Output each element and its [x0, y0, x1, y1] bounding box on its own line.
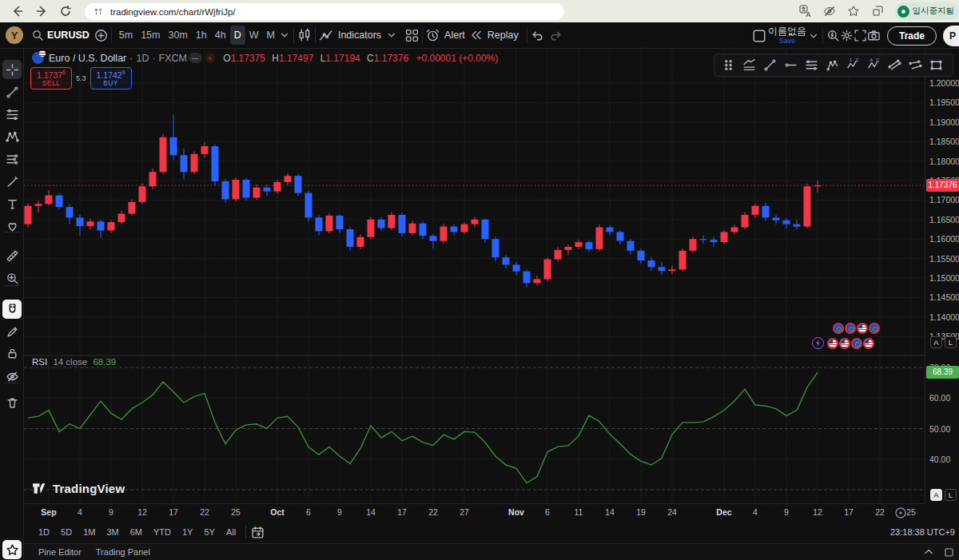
tool-xabcd-pattern[interactable] [2, 127, 22, 146]
fav-tool-trend-line[interactable] [759, 56, 780, 75]
tool-lock-all[interactable] [2, 344, 22, 363]
layout-grid-icon[interactable] [405, 29, 419, 42]
tool-remove-all[interactable] [2, 393, 22, 412]
indicators-dropdown-icon[interactable] [386, 30, 397, 41]
settings-gear-icon[interactable] [840, 29, 854, 42]
fav-tool-pitchfork[interactable] [822, 56, 842, 75]
price-pane-auto-button[interactable]: A [930, 336, 942, 348]
event-flag-eu-icon[interactable] [851, 338, 862, 349]
goto-date-icon[interactable] [251, 526, 265, 539]
quick-search-icon[interactable] [826, 29, 840, 42]
layout-dropdown-icon[interactable] [808, 30, 819, 42]
range-6m[interactable]: 6M [125, 525, 147, 539]
tool-ruler[interactable] [2, 246, 22, 265]
range-1y[interactable]: 1Y [177, 525, 197, 539]
replay-icon[interactable] [470, 29, 483, 42]
compare-add-icon[interactable] [94, 29, 108, 42]
timeframe-W[interactable]: W [245, 26, 263, 45]
tool-magnet[interactable] [2, 300, 22, 319]
fav-tool-multi-line[interactable] [738, 56, 759, 75]
fullscreen-icon[interactable] [854, 29, 867, 42]
rsi-pane-auto-button[interactable]: A [930, 489, 942, 501]
symbol-search-button[interactable]: EURUSD [44, 25, 94, 46]
timeframe-4h[interactable]: 4h [211, 26, 230, 45]
collapse-panel-icon[interactable] [923, 546, 934, 558]
economic-events-row[interactable] [832, 323, 880, 334]
range-ytd[interactable]: YTD [149, 525, 176, 539]
indicators-button[interactable]: Indicators [333, 25, 386, 46]
price-pane-log-button[interactable]: L [945, 336, 957, 348]
event-flag-eu-icon[interactable] [845, 323, 856, 334]
event-flag-eu-icon[interactable] [869, 323, 880, 334]
range-1d[interactable]: 1D [34, 525, 54, 539]
rsi-legend[interactable]: RSI 14 close 68.39 [32, 357, 116, 367]
alert-icon[interactable] [426, 29, 440, 42]
timeframe-5m[interactable]: 5m [115, 26, 137, 45]
buy-button[interactable]: 1.17429 BUY [90, 67, 132, 89]
symbol-legend[interactable]: Euro / U.S. Dollar · 1D · FXCM — ≈ O1.17… [32, 52, 498, 64]
event-flag-eu-icon[interactable] [833, 323, 844, 334]
undo-icon[interactable] [531, 29, 544, 42]
fav-tool-rectangle[interactable] [925, 56, 946, 75]
back-icon[interactable] [11, 5, 24, 18]
timeframe-D[interactable]: D [230, 26, 245, 45]
tool-text[interactable] [2, 194, 22, 213]
user-avatar[interactable]: Y [6, 26, 23, 44]
tool-prediction[interactable] [2, 149, 22, 169]
range-3m[interactable]: 3M [101, 525, 123, 539]
legend-hide-icon[interactable]: — [189, 53, 202, 63]
extensions-icon[interactable] [871, 5, 884, 18]
legend-status-icon[interactable]: ≈ [205, 53, 216, 63]
publish-button-partial[interactable]: P [943, 26, 959, 46]
maximize-panel-icon[interactable] [944, 547, 954, 558]
range-5y[interactable]: 5Y [199, 525, 219, 539]
tool-emoji[interactable] [2, 216, 22, 236]
tool-trend-line[interactable] [2, 82, 22, 101]
site-info-icon[interactable] [93, 6, 104, 18]
fav-tool-horizontal-ray[interactable] [780, 56, 801, 75]
event-bolt-icon[interactable] [812, 337, 824, 349]
chart-pane[interactable]: Euro / U.S. Dollar · 1D · FXCM — ≈ O1.17… [24, 49, 925, 503]
time-axis[interactable]: Sep4912172225Oct6914172227Nov611141924De… [24, 503, 925, 521]
clock[interactable]: 23:18:38 UTC+9 [890, 527, 955, 537]
tool-drawing-mode[interactable] [2, 322, 22, 341]
trading-panel-tab[interactable]: Trading Panel [96, 547, 150, 557]
fav-tool-elliott-wave[interactable]: 15 [842, 56, 863, 75]
timeframe-15m[interactable]: 15m [137, 26, 164, 45]
indicators-icon[interactable] [319, 28, 333, 42]
timeframe-dropdown-icon[interactable] [279, 30, 290, 41]
rsi-pane-log-button[interactable]: L [945, 489, 957, 501]
translate-icon[interactable] [799, 5, 812, 18]
timeframe-1h[interactable]: 1h [192, 26, 211, 45]
range-1m[interactable]: 1M [78, 525, 100, 539]
timeframe-30m[interactable]: 30m [165, 26, 192, 45]
favorites-star-button[interactable] [2, 540, 22, 559]
trade-button[interactable]: Trade [887, 26, 937, 46]
fav-tool-drag-handle[interactable] [718, 56, 738, 75]
fav-tool-parallel-channel[interactable] [884, 56, 905, 75]
price-axis[interactable]: 1.200001.195001.190001.185001.180001.175… [925, 49, 959, 503]
range-all[interactable]: All [221, 525, 241, 539]
save-label[interactable]: Save [779, 38, 796, 45]
replay-button[interactable]: Replay [483, 25, 523, 46]
event-flag-us-icon[interactable] [863, 338, 874, 349]
chart-style-icon[interactable] [297, 28, 312, 42]
reload-icon[interactable] [59, 5, 72, 18]
layout-name-block[interactable]: 이름없음 Save [768, 26, 806, 45]
pine-editor-tab[interactable]: Pine Editor [38, 547, 82, 557]
eye-off-icon[interactable] [823, 5, 836, 18]
browser-profile-chip[interactable]: 일시중지됨 [895, 2, 959, 20]
range-5d[interactable]: 5D [56, 525, 77, 539]
event-flag-us-icon[interactable] [827, 338, 838, 349]
fav-tool-fib-lines[interactable] [801, 56, 822, 75]
fav-tool-disjoint-channel[interactable] [905, 56, 925, 75]
sell-button[interactable]: 1.17376 SELL [30, 67, 72, 89]
address-bar[interactable]: tradingview.com/chart/rWjfriJp/ [85, 3, 564, 20]
alert-button[interactable]: Alert [440, 25, 470, 46]
event-flag-us-icon[interactable] [839, 338, 850, 349]
redo-icon[interactable] [549, 29, 563, 42]
forward-icon[interactable] [35, 5, 48, 18]
snapshot-camera-icon[interactable] [867, 29, 881, 42]
candlestick-chart[interactable] [24, 49, 925, 503]
symbol-search-icon[interactable] [31, 29, 44, 42]
